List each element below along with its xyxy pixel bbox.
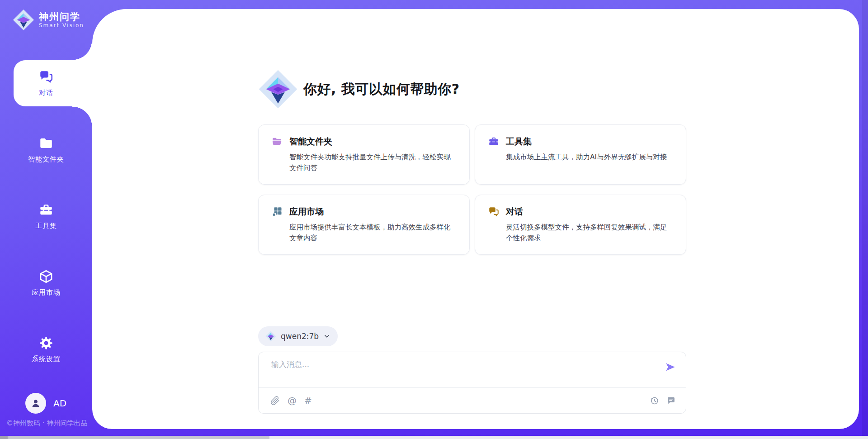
app-window: 你好, 我可以如何帮助你? 智能文件夹 智能文件夹功能支持批量文件上传与清洗，轻… — [0, 0, 868, 439]
folder-open-icon — [271, 136, 283, 148]
scrollbar-thumb[interactable] — [8, 436, 269, 439]
card-title: 工具集 — [506, 136, 532, 148]
card-description: 集成市场上主流工具，助力AI与外界无缝扩展与对接 — [506, 152, 673, 162]
paperclip-icon[interactable] — [270, 396, 280, 406]
copyright-footer: ©神州数码 · 神州问学出品 — [6, 419, 87, 428]
brand-diamond-icon — [258, 69, 298, 109]
send-icon — [665, 361, 676, 373]
hash-icon[interactable]: # — [304, 396, 312, 405]
sidebar-item-label: 应用市场 — [32, 288, 61, 297]
page-title: 你好, 我可以如何帮助你? — [303, 80, 460, 99]
folder-icon — [38, 136, 54, 151]
sidebar-item-toolset[interactable]: 工具集 — [0, 193, 92, 239]
sidebar-item-smart-folder[interactable]: 智能文件夹 — [0, 127, 92, 173]
card-description: 灵活切换多模型文件，支持多样回复效果调试，满足个性化需求 — [506, 222, 673, 243]
sidebar-item-app-market[interactable]: 应用市场 — [0, 260, 92, 306]
gear-icon — [38, 335, 54, 351]
card-head: 对话 — [488, 206, 673, 218]
chat-bubbles-icon — [488, 206, 500, 218]
feature-cards: 智能文件夹 智能文件夹功能支持批量文件上传与清洗，轻松实现文件问答 工具 — [258, 124, 686, 255]
brand-name: 神州问学 — [39, 11, 84, 22]
sidebar: 神州问学 Smart Vision 对话 智能文件夹 — [0, 0, 92, 436]
main-content: 你好, 我可以如何帮助你? 智能文件夹 智能文件夹功能支持批量文件上传与清洗，轻… — [258, 9, 686, 414]
card-chat[interactable]: 对话 灵活切换多模型文件，支持多样回复效果调试，满足个性化需求 — [475, 195, 686, 255]
brand-diamond-icon — [13, 9, 34, 31]
brand-subtitle: Smart Vision — [39, 22, 84, 29]
card-title: 对话 — [506, 206, 523, 218]
person-icon — [30, 397, 42, 409]
sidebar-item-label: 智能文件夹 — [28, 155, 64, 164]
message-composer: @ # — [258, 352, 686, 414]
history-icon[interactable] — [650, 396, 659, 406]
message-input[interactable] — [271, 359, 648, 384]
app-grid-icon — [271, 206, 283, 218]
model-selector[interactable]: qwen2:7b — [258, 326, 338, 346]
sidebar-item-chat[interactable]: 对话 — [0, 60, 92, 106]
comment-icon[interactable] — [666, 396, 676, 406]
send-button[interactable] — [664, 361, 677, 374]
composer-toolbar-right — [650, 396, 676, 406]
card-title: 智能文件夹 — [289, 136, 332, 148]
card-title: 应用市场 — [289, 206, 324, 218]
composer-toolbar: @ # — [270, 388, 676, 413]
sidebar-item-label: 对话 — [39, 89, 53, 97]
cube-icon — [38, 269, 54, 284]
card-toolset[interactable]: 工具集 集成市场上主流工具，助力AI与外界无缝扩展与对接 — [475, 124, 686, 185]
model-diamond-icon — [265, 331, 276, 342]
card-app-market[interactable]: 应用市场 应用市场提供丰富长文本模板，助力高效生成多样化文章内容 — [258, 195, 470, 255]
greeting-row: 你好, 我可以如何帮助你? — [258, 9, 686, 109]
chat-icon — [38, 69, 54, 85]
toolbox-icon — [488, 136, 500, 148]
card-description: 智能文件夹功能支持批量文件上传与清洗，轻松实现文件问答 — [289, 152, 457, 173]
right-edge-shade — [862, 0, 868, 436]
scrollbar-corner — [0, 436, 8, 439]
user-label: AD — [53, 398, 66, 409]
toolbox-icon — [38, 202, 54, 218]
card-description: 应用市场提供丰富长文本模板，助力高效生成多样化文章内容 — [289, 222, 457, 243]
at-mention-icon[interactable]: @ — [288, 396, 297, 405]
card-head: 智能文件夹 — [271, 136, 457, 148]
sidebar-item-label: 系统设置 — [32, 355, 61, 363]
card-head: 应用市场 — [271, 206, 457, 218]
main-panel: 你好, 我可以如何帮助你? 智能文件夹 智能文件夹功能支持批量文件上传与清洗，轻… — [92, 9, 859, 429]
card-head: 工具集 — [488, 136, 673, 148]
card-smart-folder[interactable]: 智能文件夹 智能文件夹功能支持批量文件上传与清洗，轻松实现文件问答 — [258, 124, 470, 185]
sidebar-item-label: 工具集 — [35, 222, 57, 230]
horizontal-scrollbar[interactable] — [0, 436, 868, 439]
model-name: qwen2:7b — [281, 332, 319, 341]
brand-logo-row: 神州问学 Smart Vision — [13, 9, 84, 31]
avatar — [25, 393, 46, 414]
model-selector-row: qwen2:7b — [258, 326, 686, 346]
chevron-down-icon — [323, 333, 330, 340]
user-account[interactable]: AD — [25, 393, 66, 414]
sidebar-item-settings[interactable]: 系统设置 — [0, 326, 92, 372]
brand-text: 神州问学 Smart Vision — [39, 11, 84, 29]
